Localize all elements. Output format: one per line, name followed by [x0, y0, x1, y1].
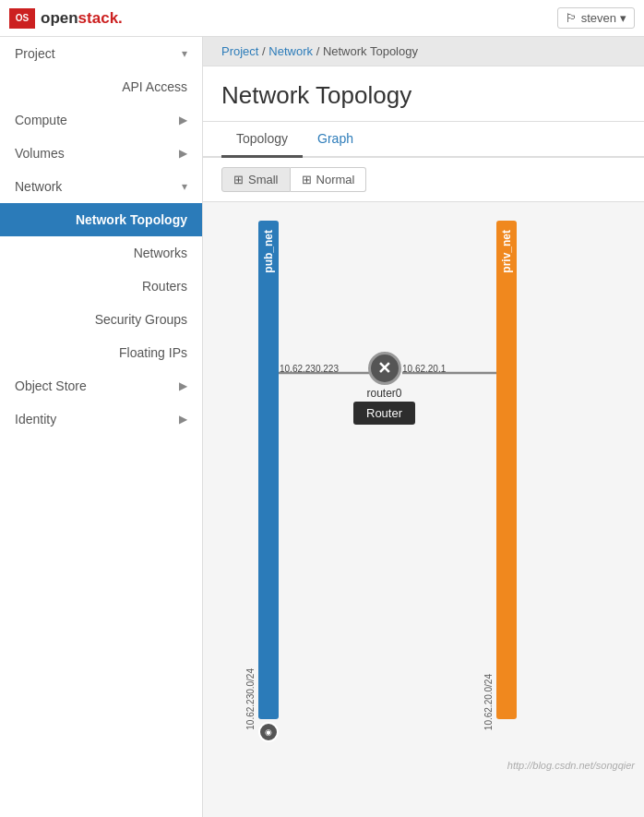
compute-chevron: ▶	[179, 114, 187, 126]
size-small-button[interactable]: ⊞ Small	[221, 167, 291, 192]
sidebar-project-label: Project	[15, 46, 55, 61]
breadcrumb-project[interactable]: Project	[221, 44, 258, 58]
sidebar-object-store-label: Object Store	[15, 378, 87, 393]
router-label-box: Router	[353, 402, 415, 425]
user-menu[interactable]: 🏳 steven ▾	[557, 7, 635, 29]
sidebar-compute-label: Compute	[15, 113, 67, 127]
sidebar-compute-header[interactable]: Compute ▶	[0, 103, 202, 137]
object-store-chevron: ▶	[179, 379, 187, 392]
pub-net-label: pub_net	[262, 230, 275, 273]
main-layout: Project ▾ API Access Compute ▶ Volumes ▶…	[0, 37, 644, 817]
network-chevron: ▾	[182, 180, 187, 193]
tab-topology[interactable]: Topology	[221, 122, 303, 158]
sidebar: Project ▾ API Access Compute ▶ Volumes ▶…	[0, 37, 203, 817]
breadcrumb: Project / Network / Network Topology	[203, 37, 644, 66]
logo-icon: OS	[9, 8, 35, 29]
project-chevron: ▾	[182, 47, 187, 60]
normal-icon: ⊞	[302, 173, 312, 186]
username: steven	[581, 11, 616, 25]
priv-subnet-label: 10.62.20.0/24	[483, 674, 494, 730]
sidebar-object-store-header[interactable]: Object Store ▶	[0, 369, 202, 402]
priv-net-bar: priv_net	[496, 221, 517, 719]
topology-canvas: pub_net 10.62.230.0/24 ◉ priv_net 10.62.…	[203, 202, 644, 756]
ip-left-label: 10.62.230.223	[280, 364, 339, 374]
flag-icon: 🏳	[566, 11, 578, 25]
breadcrumb-network[interactable]: Network	[268, 44, 313, 58]
sidebar-network-label: Network	[15, 179, 62, 194]
sidebar-volumes-label: Volumes	[15, 146, 65, 161]
sidebar-item-networks[interactable]: Networks	[0, 236, 202, 270]
user-dropdown-icon: ▾	[620, 11, 626, 25]
size-normal-button[interactable]: ⊞ Normal	[291, 167, 367, 192]
content-area: Project / Network / Network Topology Net…	[203, 37, 644, 817]
pub-net-bar: pub_net	[258, 221, 279, 719]
size-bar: ⊞ Small ⊞ Normal	[203, 158, 644, 202]
router-circle: ✕	[368, 352, 401, 385]
page-header: Network Topology	[203, 66, 644, 122]
page-title: Network Topology	[221, 81, 626, 110]
pub-net-icon: ◉	[258, 722, 279, 742]
sidebar-item-floating-ips[interactable]: Floating IPs	[0, 336, 202, 369]
tab-graph[interactable]: Graph	[303, 122, 368, 158]
sidebar-identity-header[interactable]: Identity ▶	[0, 402, 202, 436]
sidebar-item-security-groups[interactable]: Security Groups	[0, 303, 202, 336]
sidebar-volumes-header[interactable]: Volumes ▶	[0, 137, 202, 170]
sidebar-identity-label: Identity	[15, 412, 56, 427]
ip-right-label: 10.62.20.1	[402, 364, 446, 374]
sidebar-project-header[interactable]: Project ▾	[0, 37, 202, 70]
sidebar-item-network-topology[interactable]: Network Topology	[0, 203, 202, 236]
pub-net-icon-symbol: ◉	[265, 727, 272, 737]
priv-net-label: priv_net	[500, 230, 513, 273]
router-node[interactable]: ✕ router0 Router	[353, 352, 415, 425]
sidebar-item-api-access[interactable]: API Access	[0, 70, 202, 103]
identity-chevron: ▶	[179, 413, 187, 426]
router-name: router0	[367, 387, 402, 400]
small-icon: ⊞	[233, 173, 244, 186]
top-bar: OS openstack. 🏳 steven ▾	[0, 0, 644, 37]
logo-text: openstack.	[41, 9, 123, 28]
breadcrumb-current: Network Topology	[323, 44, 418, 58]
logo: OS openstack.	[9, 8, 123, 29]
sidebar-network-header[interactable]: Network ▾	[0, 170, 202, 203]
pub-subnet-label: 10.62.230.0/24	[245, 668, 256, 730]
tabs-bar: Topology Graph	[203, 122, 644, 158]
sidebar-item-routers[interactable]: Routers	[0, 270, 202, 303]
watermark: http://blog.csdn.net/songqier	[203, 756, 644, 775]
volumes-chevron: ▶	[179, 147, 187, 160]
